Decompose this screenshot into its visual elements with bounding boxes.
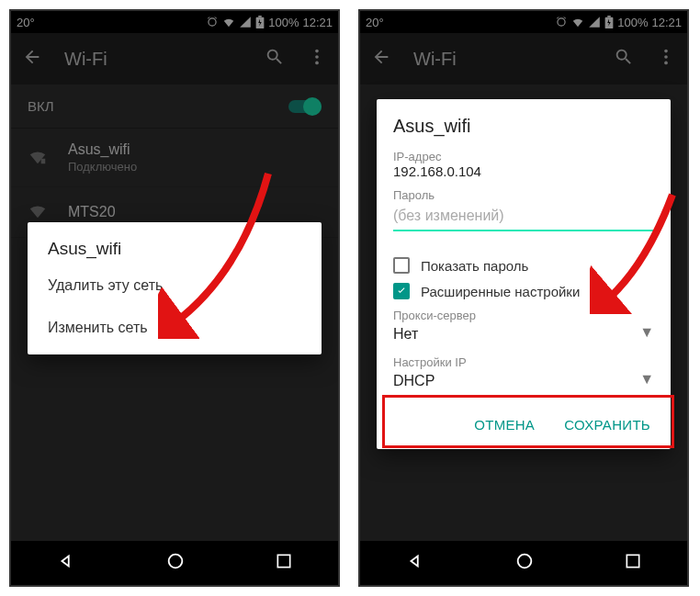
menu-item-forget-network[interactable]: Удалить эту сеть (28, 264, 322, 307)
context-menu-title: Asus_wifi (28, 222, 322, 264)
svg-rect-14 (627, 555, 639, 567)
nav-recents-button[interactable] (275, 552, 293, 574)
ip-address-label: IP-адрес (393, 150, 654, 163)
nav-bar (360, 541, 687, 585)
dropdown-caret-icon: ▼ (639, 371, 654, 388)
svg-point-13 (518, 555, 532, 568)
edit-network-dialog: Asus_wifi IP-адрес 192.168.0.104 Пароль … (377, 99, 671, 449)
dropdown-caret-icon: ▼ (639, 324, 654, 341)
dialog-title: Asus_wifi (393, 116, 654, 137)
nav-back-button[interactable] (56, 551, 76, 575)
advanced-options-row[interactable]: Расширенные настройки (393, 283, 654, 299)
show-password-label: Показать пароль (421, 258, 528, 274)
password-label: Пароль (393, 188, 654, 202)
nav-home-button[interactable] (514, 551, 535, 575)
proxy-value: Нет (393, 322, 654, 346)
save-button[interactable]: СОХРАНИТЬ (560, 410, 654, 440)
proxy-select[interactable]: Прокси-сервер Нет ▼ (393, 309, 654, 346)
menu-item-modify-network[interactable]: Изменить сеть (28, 307, 322, 349)
ip-address-value: 192.168.0.104 (393, 163, 654, 179)
proxy-label: Прокси-сервер (393, 309, 654, 322)
svg-point-6 (169, 555, 183, 568)
network-context-menu: Asus_wifi Удалить эту сеть Изменить сеть (28, 222, 322, 354)
password-input[interactable] (393, 202, 654, 231)
ip-settings-label: Настройки IP (393, 355, 654, 369)
nav-bar (11, 541, 338, 585)
nav-back-button[interactable] (405, 551, 425, 575)
advanced-options-checkbox[interactable] (393, 283, 410, 299)
ip-settings-select[interactable]: Настройки IP DHCP ▼ (393, 355, 654, 393)
nav-home-button[interactable] (165, 551, 186, 575)
advanced-options-label: Расширенные настройки (421, 284, 580, 299)
cancel-button[interactable]: ОТМЕНА (470, 410, 538, 440)
ip-settings-value: DHCP (393, 369, 654, 393)
nav-recents-button[interactable] (624, 552, 642, 574)
svg-rect-7 (278, 555, 290, 567)
show-password-row[interactable]: Показать пароль (393, 257, 654, 274)
phone-right: 20° 100% 12:21 Wi-Fi Asus_wifi IP-адрес … (358, 9, 689, 587)
dialog-actions: ОТМЕНА СОХРАНИТЬ (393, 410, 654, 440)
show-password-checkbox[interactable] (393, 257, 410, 274)
phone-left: 20° 100% 12:21 Wi-Fi ВКЛ Asus_wifi Под (9, 9, 340, 587)
